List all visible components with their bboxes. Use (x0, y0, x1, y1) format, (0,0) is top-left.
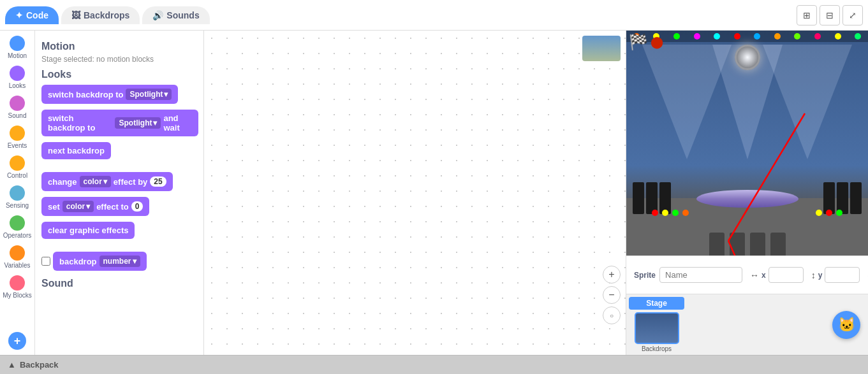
block-color-dropdown-1[interactable]: color ▾ (80, 176, 111, 187)
ball-r1 (652, 210, 658, 216)
sensing-dot (10, 185, 25, 201)
floor-balls-left (652, 210, 689, 216)
script-canvas[interactable]: + − ○ (204, 31, 626, 355)
stage-viewport: 🏁 ⬤ (626, 31, 868, 255)
layout-split-btn[interactable]: ⊞ (797, 5, 817, 25)
sidebar-item-add-extension[interactable]: + (0, 329, 34, 352)
y-coord-input[interactable] (825, 267, 860, 283)
category-sidebar: Motion Looks Sound Events Control Sensin… (0, 31, 35, 355)
sidebar-item-sensing[interactable]: Sensing (0, 183, 34, 212)
sound-dot (10, 96, 25, 111)
backdrops-icon: 🖼 (71, 10, 80, 20)
code-icon: ✦ (15, 10, 23, 20)
layout-stage-btn[interactable]: ⊟ (820, 5, 840, 25)
stage-scene: 🏁 ⬤ (626, 31, 868, 255)
block-color-dropdown-2[interactable]: color ▾ (63, 201, 94, 212)
block-backdrop-number[interactable]: backdrop number ▾ (53, 252, 147, 271)
sound-section-title: Sound (41, 278, 198, 289)
add-sprite-btn[interactable]: 🐱 (832, 311, 860, 339)
top-bar: ✦ Code 🖼 Backdrops 🔊 Sounds ⊞ ⊟ ⤢ (0, 0, 868, 31)
backpack-label: Backpack (20, 360, 59, 370)
ball-g1 (672, 210, 679, 216)
chairs-row (709, 233, 786, 255)
ball-g2 (836, 210, 842, 216)
sidebar-item-sound[interactable]: Sound (0, 93, 34, 122)
light-teal (855, 33, 861, 40)
backdrop-reporter-checkbox[interactable] (41, 257, 50, 266)
block-backdrop-dropdown-3[interactable]: number ▾ (99, 255, 140, 267)
main-layout: Motion Looks Sound Events Control Sensin… (0, 31, 868, 355)
tab-sounds[interactable]: 🔊 Sounds (142, 6, 209, 24)
stage-top-controls: 🏁 ⬤ (626, 31, 666, 54)
control-dot (10, 155, 25, 171)
light-lime (794, 33, 800, 40)
floor-balls-right (816, 210, 842, 216)
backpack-chevron-icon: ▲ (8, 360, 16, 370)
light-red (734, 33, 740, 40)
block-switch-backdrop[interactable]: switch backdrop to Spotlight ▾ (41, 85, 178, 104)
block-backdrop-dropdown-2[interactable]: Spotlight ▾ (115, 117, 161, 129)
motion-note: Stage selected: no motion blocks (41, 55, 198, 64)
sidebar-item-events[interactable]: Events (0, 123, 34, 152)
chair2 (730, 233, 745, 255)
operators-dot (10, 215, 25, 231)
spotlight-beam-right (763, 45, 852, 159)
stage-tab-section: Stage Backdrops (626, 294, 687, 355)
variables-dot (10, 245, 25, 261)
block-effect-value-2[interactable]: 0 (131, 201, 143, 212)
stop-btn[interactable]: ⬤ (651, 35, 663, 49)
stage-thumbnail[interactable] (635, 312, 679, 344)
sprites-stage-bar: Stage Backdrops 🐱 (626, 294, 868, 355)
x-coord-input[interactable] (769, 267, 804, 283)
sidebar-item-operators[interactable]: Operators (0, 213, 34, 241)
light-amber (774, 33, 781, 40)
myblocks-dot (10, 275, 25, 291)
events-dot (10, 126, 25, 141)
light-green (673, 33, 680, 40)
block-backdrop-dropdown-1[interactable]: Spotlight ▾ (126, 89, 172, 100)
sprite-info-panel: Sprite ↔ x ↕ y Show 👁 🚫 Size (626, 255, 868, 294)
block-set-color-effect[interactable]: set color ▾ effect to 0 (41, 197, 149, 216)
sidebar-item-control[interactable]: Control (0, 153, 34, 182)
motion-section-title: Motion (41, 41, 198, 52)
y-arrow-icon: ↕ (811, 270, 816, 280)
light-yellow2 (835, 33, 841, 40)
block-switch-backdrop-wait[interactable]: switch backdrop to Spotlight ▾ and wait (41, 110, 198, 136)
stage-tab-label[interactable]: Stage (629, 297, 684, 310)
zoom-controls: + − ○ (603, 266, 621, 324)
light-pink (694, 33, 700, 40)
block-panel: Motion Stage selected: no motion blocks … (35, 31, 204, 355)
sprite-name-input[interactable] (659, 267, 742, 283)
zoom-reset-btn[interactable]: ○ (603, 306, 621, 324)
looks-section-title: Looks (41, 69, 198, 80)
ball-y1 (662, 210, 668, 216)
ball-r2 (826, 210, 832, 216)
block-clear-graphic-effects[interactable]: clear graphic effects (41, 222, 135, 239)
fullscreen-btn[interactable]: ⤢ (842, 5, 863, 25)
stage-preview-thumbnail (582, 36, 621, 61)
zoom-out-btn[interactable]: − (603, 286, 621, 304)
y-coord-group: ↕ y (811, 267, 860, 283)
green-flag-btn[interactable]: 🏁 (629, 33, 648, 51)
layout-controls: ⊞ ⊟ ⤢ (797, 5, 863, 25)
sounds-icon: 🔊 (152, 10, 163, 20)
add-sprite-icon: 🐱 (838, 317, 855, 333)
backpack-bar[interactable]: ▲ Backpack (0, 355, 868, 374)
ball-o1 (682, 210, 689, 216)
sidebar-item-variables[interactable]: Variables (0, 243, 34, 271)
sidebar-item-myblocks[interactable]: My Blocks (0, 273, 34, 301)
block-effect-value-1[interactable]: 25 (150, 176, 166, 187)
chair3 (750, 233, 765, 255)
backdrops-label: Backdrops (642, 345, 672, 352)
zoom-in-btn[interactable]: + (603, 266, 621, 284)
sidebar-item-looks[interactable]: Looks (0, 63, 34, 92)
block-next-backdrop[interactable]: next backdrop (41, 142, 111, 159)
chair4 (770, 233, 786, 255)
script-background (204, 31, 626, 355)
tab-backdrops[interactable]: 🖼 Backdrops (61, 6, 140, 24)
tab-code[interactable]: ✦ Code (5, 6, 59, 24)
sidebar-item-motion[interactable]: Motion (0, 33, 34, 62)
looks-dot (10, 66, 25, 81)
block-change-color-effect[interactable]: change color ▾ effect by 25 (41, 172, 173, 191)
chair1 (709, 233, 725, 255)
